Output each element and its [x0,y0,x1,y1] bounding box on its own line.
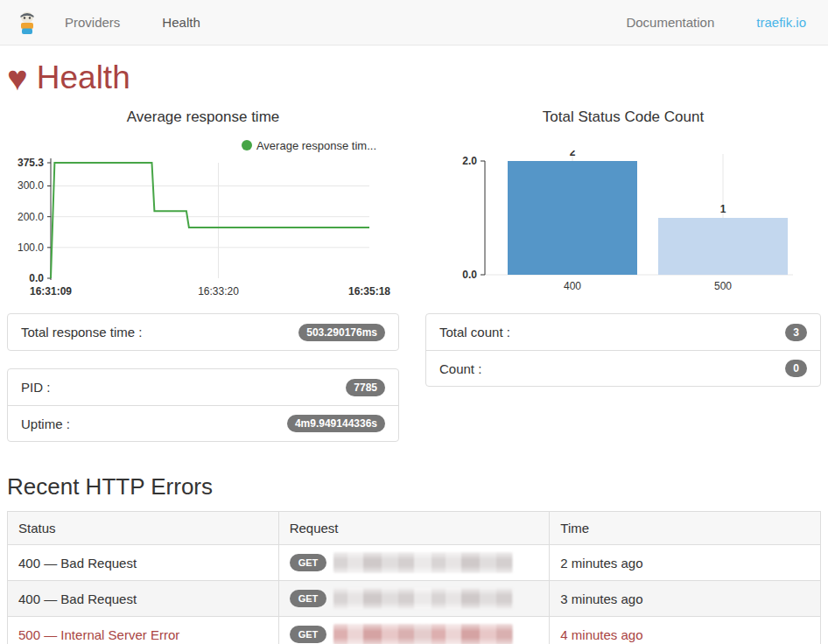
time-cell: 2 minutes ago [550,545,821,581]
svg-text:16:35:18: 16:35:18 [348,285,390,298]
nav-link-health[interactable]: Health [162,15,200,30]
stat-label: Count : [439,361,481,376]
legend-label: Average response tim... [256,139,376,152]
stat-label: Total count : [439,325,510,340]
process-info-panel: PID : 7785 Uptime : 4m9.949144336s [7,368,399,442]
column-header-status: Status [8,512,279,545]
svg-text:16:33:20: 16:33:20 [198,285,239,298]
stats-right-column: Total count : 3 Count : 0 [425,313,821,442]
stat-row-total-count: Total count : 3 [426,314,820,350]
stat-label: Total response time : [21,325,142,340]
svg-text:400: 400 [564,280,581,292]
table-row: 400 — Bad Request GET 3 minutes ago [8,581,821,617]
time-cell: 4 minutes ago [550,617,821,644]
avg-response-time-chart: 0.0100.0200.0300.0375.316:31:0916:33:201… [7,156,399,303]
counts-panel: Total count : 3 Count : 0 [425,313,821,387]
page-title-text: Health [37,60,130,96]
nav-link-documentation[interactable]: Documentation [626,15,714,30]
avg-response-time-panel: Average response time Average response t… [7,108,399,303]
svg-text:375.3: 375.3 [18,157,44,169]
redacted-url [333,624,513,644]
status-cell: 400 — Bad Request [8,545,279,581]
stat-row-uptime: Uptime : 4m9.949144336s [8,405,398,441]
svg-text:1: 1 [720,203,726,215]
line-chart-title: Average response time [7,108,399,128]
column-header-time: Time [550,512,821,545]
legend-dot-icon [242,140,252,150]
stat-value-badge: 4m9.949144336s [287,415,385,432]
svg-text:100.0: 100.0 [18,242,44,254]
table-header-row: Status Request Time [8,512,821,545]
nav-link-traefik-io[interactable]: traefik.io [756,15,806,30]
page-title: ♥ Health [7,58,821,98]
request-cell: GET [278,545,550,581]
redacted-url [333,552,513,573]
stat-value-badge: 7785 [346,379,385,396]
stats-row: Total response time : 503.290176ms PID :… [7,313,821,442]
bar-chart-title: Total Status Code Count [425,108,821,128]
recent-http-errors-title: Recent HTTP Errors [7,473,821,500]
stat-label: Uptime : [21,416,70,431]
stat-value-badge: 3 [785,324,807,341]
table-row: 400 — Bad Request GET 2 minutes ago [8,545,821,581]
svg-text:2.0: 2.0 [462,155,477,167]
stats-left-column: Total response time : 503.290176ms PID :… [7,313,399,442]
request-cell: GET [278,581,550,617]
line-chart-legend: Average response tim... [7,138,399,152]
stat-row-pid: PID : 7785 [8,369,398,405]
navbar-right: Documentation traefik.io [584,15,806,30]
total-response-time-panel: Total response time : 503.290176ms [7,313,399,351]
traefik-mascot-icon [18,10,37,36]
stat-value-badge: 0 [785,360,807,377]
table-row: 500 — Internal Server Error GET 4 minute… [8,617,821,644]
svg-text:2: 2 [570,150,576,158]
http-method-badge: GET [290,590,327,607]
svg-text:300.0: 300.0 [18,179,44,192]
navbar: Providers Health Documentation traefik.i… [0,0,828,46]
time-cell: 3 minutes ago [550,581,821,617]
heart-icon: ♥ [7,60,28,95]
svg-text:200.0: 200.0 [18,211,44,223]
http-method-badge: GET [290,626,327,643]
stat-row-count: Count : 0 [426,350,820,386]
svg-text:0.0: 0.0 [462,269,477,281]
stat-row-total-response-time: Total response time : 503.290176ms [8,314,398,350]
nav-link-providers[interactable]: Providers [65,15,120,30]
recent-http-errors-table: Status Request Time 400 — Bad Request GE… [7,511,821,644]
charts-row: Average response time Average response t… [7,108,821,303]
svg-text:0.0: 0.0 [29,272,44,284]
status-cell: 500 — Internal Server Error [8,617,279,644]
request-cell: GET [278,617,550,644]
column-header-request: Request [278,512,550,545]
status-cell: 400 — Bad Request [8,581,279,617]
http-method-badge: GET [290,554,327,571]
traefik-logo-icon[interactable] [18,9,39,37]
redacted-url [333,588,513,609]
status-code-count-chart: 0.02.024001500 [425,150,821,294]
stat-value-badge: 503.290176ms [298,324,385,341]
svg-text:16:31:09: 16:31:09 [30,285,72,298]
svg-text:500: 500 [714,280,732,292]
status-code-count-panel: Total Status Code Count 0.02.024001500 [425,108,821,303]
stat-label: PID : [21,380,50,395]
